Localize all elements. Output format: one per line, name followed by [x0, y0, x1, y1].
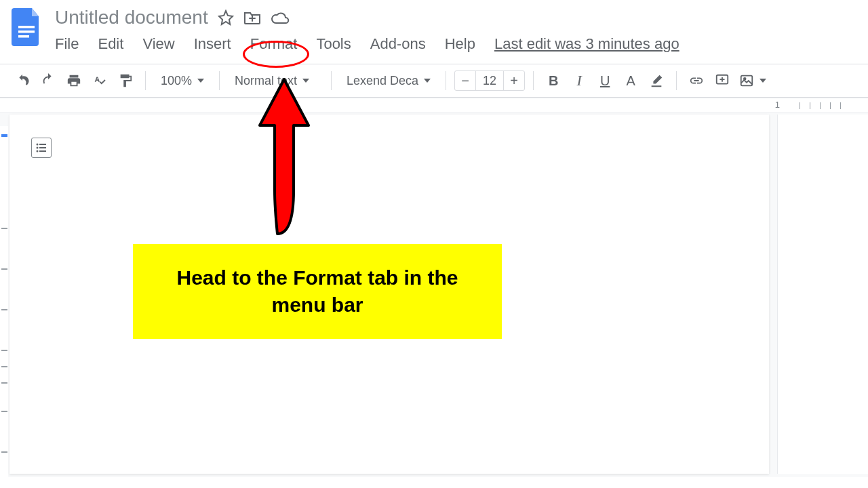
bold-button[interactable]: B [542, 69, 565, 92]
caret-down-icon [302, 79, 309, 83]
svg-point-6 [37, 144, 39, 146]
move-folder-icon[interactable] [243, 10, 261, 25]
undo-button[interactable] [11, 69, 34, 92]
separator [145, 71, 146, 90]
highlight-button[interactable] [645, 69, 668, 92]
font-size-decrease[interactable]: − [455, 70, 475, 91]
svg-rect-7 [39, 144, 46, 145]
svg-rect-2 [18, 35, 29, 38]
menu-tools[interactable]: Tools [307, 33, 360, 56]
left-ruler-strip [0, 126, 8, 485]
font-size-increase[interactable]: + [504, 70, 524, 91]
annotation-callout: Head to the Format tab in the menu bar [133, 244, 502, 339]
ruler-mark: 1 [775, 100, 780, 110]
list-icon [35, 142, 47, 154]
styles-dropdown[interactable]: Normal text [228, 69, 323, 92]
menu-view[interactable]: View [133, 33, 184, 56]
text-color-button[interactable]: A [619, 69, 642, 92]
svg-point-5 [744, 78, 746, 80]
font-size-value[interactable]: 12 [475, 71, 504, 90]
insert-image-dropdown[interactable] [736, 69, 769, 92]
separator [676, 71, 677, 90]
redo-button[interactable] [37, 69, 60, 92]
document-outline-button[interactable] [31, 138, 52, 158]
separator [533, 71, 534, 90]
document-title[interactable]: Untitled document [55, 7, 208, 28]
zoom-value: 100% [161, 74, 192, 88]
style-value: Normal text [235, 74, 297, 88]
right-gutter [777, 115, 868, 474]
app-header: Untitled document File Edit View Insert … [0, 0, 868, 56]
cloud-status-icon[interactable] [271, 11, 290, 24]
font-value: Lexend Deca [347, 74, 418, 88]
toolbar: 100% Normal text Lexend Deca − 12 + B I … [0, 64, 868, 98]
menu-insert[interactable]: Insert [184, 33, 241, 56]
last-edit-link[interactable]: Last edit was 3 minutes ago [494, 35, 679, 53]
font-dropdown[interactable]: Lexend Deca [340, 69, 437, 92]
svg-point-8 [37, 147, 39, 149]
menu-format[interactable]: Format [241, 33, 307, 56]
title-row: Untitled document [55, 7, 679, 28]
separator [219, 71, 220, 90]
svg-rect-11 [39, 150, 46, 152]
svg-point-10 [37, 150, 39, 152]
spellcheck-button[interactable] [88, 69, 111, 92]
caret-down-icon [197, 79, 204, 83]
insert-link-button[interactable] [685, 69, 708, 92]
docs-logo[interactable] [10, 7, 43, 47]
caret-down-icon [424, 79, 431, 83]
underline-button[interactable]: U [593, 69, 616, 92]
ruler[interactable]: 1 [0, 98, 868, 113]
zoom-dropdown[interactable]: 100% [154, 69, 211, 92]
menu-file[interactable]: File [55, 33, 88, 56]
add-comment-button[interactable] [711, 69, 734, 92]
separator [446, 71, 446, 90]
paint-format-button[interactable] [114, 69, 137, 92]
callout-text: Head to the Format tab in the menu bar [160, 264, 475, 319]
svg-rect-1 [18, 30, 35, 33]
menu-addons[interactable]: Add-ons [361, 33, 435, 56]
print-button[interactable] [62, 69, 85, 92]
italic-button[interactable]: I [568, 69, 591, 92]
ruler-ticks [800, 102, 841, 109]
star-icon[interactable] [218, 9, 234, 26]
font-size-stepper: − 12 + [454, 70, 525, 91]
menubar: File Edit View Insert Format Tools Add-o… [55, 33, 679, 56]
menu-help[interactable]: Help [435, 33, 485, 56]
caret-down-icon [760, 79, 766, 83]
svg-rect-0 [18, 26, 35, 28]
menu-edit[interactable]: Edit [88, 33, 133, 56]
svg-rect-9 [39, 147, 46, 148]
separator [331, 71, 332, 90]
